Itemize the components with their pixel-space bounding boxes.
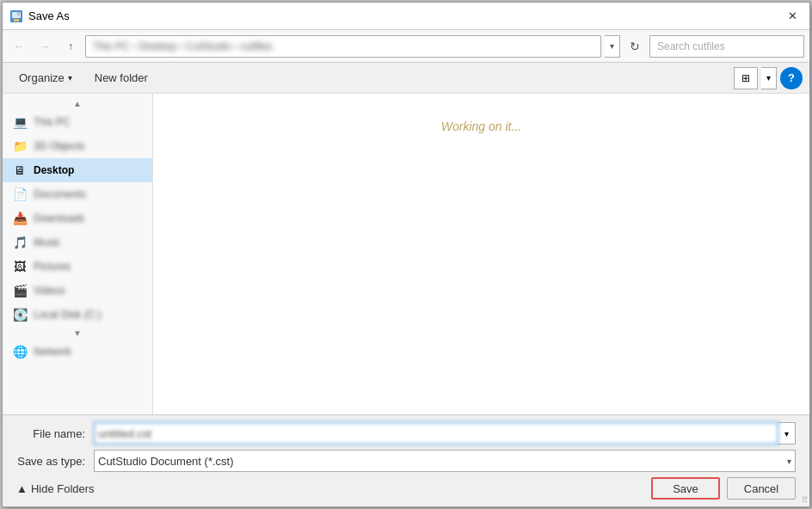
3d-objects-icon: 📁 bbox=[13, 139, 27, 153]
network-icon: 🌐 bbox=[13, 345, 27, 359]
view-icon: ⊞ bbox=[741, 72, 750, 84]
documents-label: Documents bbox=[34, 188, 145, 200]
sidebar-item-3d-objects[interactable]: 📁 3D Objects bbox=[3, 134, 152, 158]
documents-icon: 📄 bbox=[13, 187, 27, 201]
organize-button[interactable]: Organize ▾ bbox=[9, 67, 82, 89]
svg-rect-3 bbox=[17, 12, 20, 15]
desktop-icon: 🖥 bbox=[13, 163, 27, 177]
filename-value: untitled.cst bbox=[98, 427, 151, 440]
music-icon: 🎵 bbox=[13, 236, 27, 249]
sidebar-item-this-pc[interactable]: 💻 This PC bbox=[3, 110, 152, 134]
this-pc-icon: 💻 bbox=[13, 115, 27, 129]
scroll-up-indicator: ▲ bbox=[3, 97, 152, 110]
cancel-button[interactable]: Cancel bbox=[727, 477, 796, 500]
scroll-down-indicator: ▼ bbox=[3, 327, 152, 340]
file-area: Working on it... bbox=[153, 94, 809, 414]
toolbar: Organize ▾ New folder ⊞ ▾ ? bbox=[3, 63, 809, 94]
view-dropdown-button[interactable]: ▾ bbox=[761, 67, 777, 89]
address-path[interactable]: This PC › Desktop › CutStudio › cutfiles bbox=[85, 35, 601, 58]
sidebar: ▲ 💻 This PC 📁 3D Objects 🖥 Desktop 📄 Doc… bbox=[3, 94, 153, 414]
close-button[interactable]: ✕ bbox=[782, 6, 803, 27]
title-controls: ✕ bbox=[782, 6, 803, 27]
view-button[interactable]: ⊞ bbox=[734, 67, 758, 89]
back-button[interactable]: ← bbox=[8, 35, 30, 58]
sidebar-item-desktop[interactable]: 🖥 Desktop bbox=[3, 158, 152, 182]
downloads-icon: 📥 bbox=[13, 212, 27, 225]
videos-icon: 🎬 bbox=[13, 284, 27, 297]
videos-label: Videos bbox=[34, 285, 145, 297]
sidebar-item-network[interactable]: 🌐 Network bbox=[3, 340, 152, 364]
up-button[interactable]: ↑ bbox=[59, 35, 82, 58]
desktop-label: Desktop bbox=[34, 164, 145, 176]
save-as-dialog: Save As ✕ ← → ↑ This PC › Desktop › CutS… bbox=[2, 2, 810, 507]
title-bar: Save As ✕ bbox=[3, 3, 809, 30]
savetype-label: Save as type: bbox=[16, 455, 94, 468]
main-content: ▲ 💻 This PC 📁 3D Objects 🖥 Desktop 📄 Doc… bbox=[3, 94, 809, 414]
hide-folders-button[interactable]: ▲ Hide Folders bbox=[16, 482, 95, 495]
organize-label: Organize bbox=[19, 71, 65, 84]
action-buttons-row: ▲ Hide Folders Save Cancel bbox=[16, 477, 796, 500]
forward-button[interactable]: → bbox=[34, 35, 56, 58]
network-label: Network bbox=[34, 346, 145, 358]
pictures-icon: 🖼 bbox=[13, 260, 27, 273]
sidebar-item-local-disk[interactable]: 💽 Local Disk (C:) bbox=[3, 303, 152, 327]
working-text: Working on it... bbox=[441, 120, 521, 133]
sidebar-item-downloads[interactable]: 📥 Downloads bbox=[3, 206, 152, 230]
filename-label: File name: bbox=[16, 427, 94, 440]
save-button[interactable]: Save bbox=[651, 477, 720, 500]
address-dropdown-button[interactable]: ▾ bbox=[605, 35, 620, 58]
dialog-icon bbox=[9, 9, 23, 23]
hide-folders-label: Hide Folders bbox=[31, 482, 95, 495]
sidebar-item-documents[interactable]: 📄 Documents bbox=[3, 182, 152, 206]
3d-objects-label: 3D Objects bbox=[34, 140, 145, 152]
this-pc-label: This PC bbox=[34, 116, 145, 128]
search-box[interactable]: Search cutfiles bbox=[649, 35, 804, 58]
local-disk-icon: 💽 bbox=[13, 308, 27, 322]
local-disk-label: Local Disk (C:) bbox=[34, 309, 145, 321]
filename-dropdown-button[interactable]: ▾ bbox=[778, 422, 796, 445]
help-button[interactable]: ? bbox=[780, 67, 803, 89]
savetype-arrow: ▾ bbox=[787, 457, 791, 466]
organize-arrow: ▾ bbox=[68, 73, 72, 83]
resize-handle: ⠿ bbox=[802, 496, 808, 505]
bottom-panel: File name: untitled.cst ▾ Save as type: … bbox=[3, 414, 809, 506]
music-label: Music bbox=[34, 236, 145, 248]
sidebar-item-music[interactable]: 🎵 Music bbox=[3, 230, 152, 254]
savetype-select[interactable]: CutStudio Document (*.cst) ▾ bbox=[94, 450, 796, 472]
savetype-value: CutStudio Document (*.cst) bbox=[98, 455, 234, 468]
refresh-button[interactable]: ↻ bbox=[624, 35, 646, 58]
address-bar: ← → ↑ This PC › Desktop › CutStudio › cu… bbox=[3, 30, 809, 63]
svg-rect-2 bbox=[14, 19, 19, 21]
address-path-text: This PC › Desktop › CutStudio › cutfiles bbox=[93, 40, 273, 52]
filename-input[interactable]: untitled.cst bbox=[94, 422, 778, 445]
savetype-row: Save as type: CutStudio Document (*.cst)… bbox=[16, 450, 796, 472]
hide-folders-arrow: ▲ bbox=[16, 482, 28, 495]
sidebar-item-pictures[interactable]: 🖼 Pictures bbox=[3, 254, 152, 279]
sidebar-item-videos[interactable]: 🎬 Videos bbox=[3, 279, 152, 303]
pictures-label: Pictures bbox=[34, 261, 145, 273]
new-folder-button[interactable]: New folder bbox=[85, 67, 157, 89]
search-placeholder: Search cutfiles bbox=[657, 40, 725, 52]
dialog-title: Save As bbox=[28, 9, 782, 22]
downloads-label: Downloads bbox=[34, 212, 145, 224]
filename-row: File name: untitled.cst ▾ bbox=[16, 422, 796, 445]
